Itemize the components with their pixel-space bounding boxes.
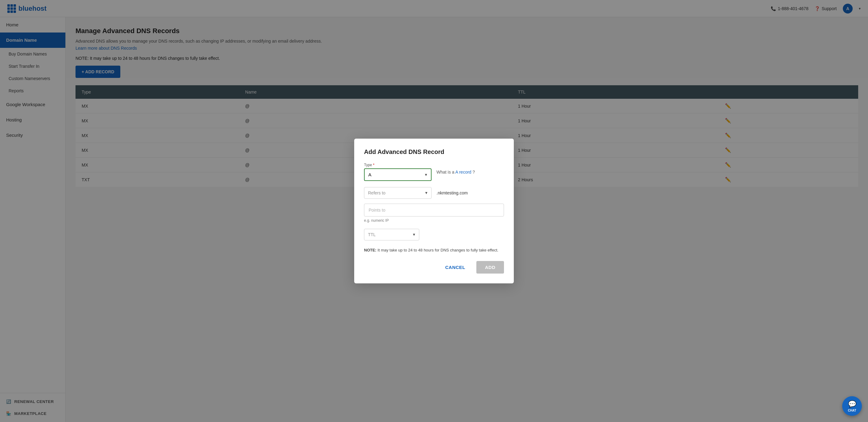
points-to-wrapper xyxy=(364,204,504,217)
what-is-a-text: What is a A record ? xyxy=(436,170,475,174)
type-field-group: Type * AAAAACAACNAMEMXNSSRVTXT ▼ xyxy=(364,163,432,181)
what-is-suffix: ? xyxy=(473,170,475,174)
type-row: Type * AAAAACAACNAMEMXNSSRVTXT ▼ What is… xyxy=(364,163,504,181)
refers-to-select[interactable]: Refers to xyxy=(364,187,431,198)
chat-label: CHAT xyxy=(848,409,856,412)
a-record-link[interactable]: A record xyxy=(455,170,471,174)
cancel-button[interactable]: CANCEL xyxy=(439,262,472,273)
add-dns-record-modal: Add Advanced DNS Record Type * AAAAACAAC… xyxy=(354,139,514,283)
modal-overlay[interactable]: Add Advanced DNS Record Type * AAAAACAAC… xyxy=(0,0,868,422)
add-button[interactable]: ADD xyxy=(476,261,504,273)
note-bold: NOTE: xyxy=(364,248,376,252)
ttl-select[interactable]: TTL TTLAutomatic1 Hour2 Hours4 Hours8 Ho… xyxy=(364,229,419,240)
note-text: It may take up to 24 to 48 hours for DNS… xyxy=(377,248,498,252)
type-label: Type * xyxy=(364,163,432,167)
modal-note: NOTE: It may take up to 24 to 48 hours f… xyxy=(364,248,504,252)
points-to-hint: e.g. numeric IP xyxy=(364,218,504,223)
modal-title: Add Advanced DNS Record xyxy=(364,149,504,156)
domain-suffix: .nkmtesting.com xyxy=(436,190,468,195)
ttl-select-wrapper: TTL TTLAutomatic1 Hour2 Hours4 Hours8 Ho… xyxy=(364,229,419,240)
refers-to-row: Refers to ▼ .nkmtesting.com xyxy=(364,187,504,199)
modal-actions: CANCEL ADD xyxy=(364,261,504,273)
points-to-input[interactable] xyxy=(364,204,504,217)
chat-icon: 💬 xyxy=(848,400,856,408)
refers-to-select-wrapper: Refers to ▼ xyxy=(364,187,432,199)
required-marker: * xyxy=(373,163,374,167)
type-select-wrapper: AAAAACAACNAMEMXNSSRVTXT ▼ xyxy=(364,168,432,181)
chat-button[interactable]: 💬 CHAT xyxy=(842,396,862,416)
type-select[interactable]: AAAAACAACNAMEMXNSSRVTXT xyxy=(365,169,431,180)
